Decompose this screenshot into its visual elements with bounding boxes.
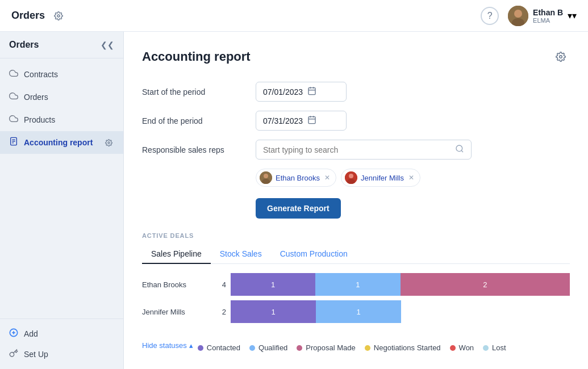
sales-reps-row: Responsible sales reps <box>142 140 570 160</box>
main-content: Accounting report Start of the period 07… <box>124 32 588 369</box>
cloud-icon <box>9 69 18 80</box>
layout: Orders ❮❮ Contracts Orders Products <box>0 32 588 369</box>
generate-report-button[interactable]: Generate Report <box>256 198 341 219</box>
start-date-input[interactable]: 07/01/2023 <box>256 82 347 102</box>
sales-reps-search[interactable] <box>256 140 472 160</box>
svg-line-22 <box>461 150 463 152</box>
sidebar-item-label: Accounting report <box>24 138 93 147</box>
chart-count-ethan: 4 <box>210 280 226 289</box>
search-icon <box>455 144 464 155</box>
bar-jennifer-qualified: 1 <box>316 300 401 323</box>
legend-dot-qualified <box>249 345 255 351</box>
setup-label: Set Up <box>24 350 48 359</box>
tag-ethan[interactable]: Ethan Brooks ✕ <box>256 169 336 187</box>
tag-ethan-remove[interactable]: ✕ <box>324 174 330 182</box>
user-company: ELMA <box>533 17 563 24</box>
user-menu[interactable]: Ethan B ELMA ▾ <box>508 6 577 26</box>
sidebar-item-contracts[interactable]: Contracts <box>0 63 123 86</box>
sidebar-item-accounting[interactable]: Accounting report <box>0 131 123 154</box>
sidebar-item-products[interactable]: Products <box>0 108 123 131</box>
end-date-value: 07/31/2023 <box>263 116 303 125</box>
sidebar-title: Orders <box>9 40 39 50</box>
sidebar-item-label: Orders <box>24 93 48 102</box>
doc-icon <box>9 137 18 148</box>
header-right: ? Ethan B ELMA ▾ <box>481 6 577 26</box>
start-date-value: 07/01/2023 <box>263 87 303 97</box>
cloud-icon <box>9 114 18 125</box>
tags-row: Ethan Brooks ✕ Jennifer Mills ✕ <box>256 169 570 187</box>
sidebar-actions: Add Set Up <box>0 318 123 369</box>
svg-rect-13 <box>308 88 315 95</box>
accounting-settings-button[interactable] <box>103 137 114 148</box>
app-title: Orders <box>11 10 45 22</box>
user-menu-chevron: ▾ <box>568 10 577 21</box>
chart-row-ethan: Ethan Brooks 4 1 1 2 <box>142 273 570 296</box>
plus-icon <box>9 328 18 339</box>
legend-proposal: Proposal Made <box>297 343 355 352</box>
legend-label-contacted: Contacted <box>207 343 240 352</box>
tab-custom-production[interactable]: Custom Production <box>271 245 357 264</box>
page-header: Accounting report <box>142 48 570 66</box>
legend-lost: Lost <box>483 343 506 352</box>
start-period-label: Start of the period <box>142 87 256 97</box>
calendar-icon <box>307 115 316 126</box>
legend-label-lost: Lost <box>492 343 506 352</box>
chart-bars-ethan: 1 1 2 <box>231 273 570 296</box>
page-settings-button[interactable] <box>552 48 570 66</box>
svg-point-2 <box>514 10 522 18</box>
svg-point-21 <box>456 145 462 152</box>
end-date-input[interactable]: 07/31/2023 <box>256 111 347 131</box>
legend-label-qualified: Qualified <box>258 343 287 352</box>
hide-statuses-button[interactable]: Hide statuses ▴ <box>142 341 193 350</box>
tabs: Sales Pipeline Stock Sales Custom Produc… <box>142 245 570 264</box>
legend-label-proposal: Proposal Made <box>306 343 355 352</box>
sidebar-header: Orders ❮❮ <box>0 32 123 58</box>
top-header: Orders ? Ethan B ELMA ▾ <box>0 0 588 32</box>
avatar <box>508 6 528 26</box>
legend-dot-lost <box>483 345 489 351</box>
tag-ethan-name: Ethan Brooks <box>276 174 320 182</box>
sidebar: Orders ❮❮ Contracts Orders Products <box>0 32 124 369</box>
calendar-icon <box>307 86 316 97</box>
tag-jennifer[interactable]: Jennifer Mills ✕ <box>341 169 420 187</box>
legend-dot-proposal <box>297 345 302 351</box>
user-info: Ethan B ELMA <box>533 8 563 24</box>
header-left: Orders <box>11 7 68 25</box>
help-button[interactable]: ? <box>481 7 499 25</box>
svg-rect-17 <box>308 117 315 124</box>
svg-point-27 <box>349 174 353 178</box>
tag-avatar-ethan <box>260 171 272 184</box>
legend-contacted: Contacted <box>198 343 240 352</box>
caret-up-icon: ▴ <box>189 341 193 350</box>
chart-label-jennifer: Jennifer Mills <box>142 308 210 316</box>
app-settings-button[interactable] <box>49 7 68 25</box>
chart-bars-jennifer: 1 1 <box>231 300 401 323</box>
legend-dot-negotiations <box>365 345 370 351</box>
chart-count-jennifer: 2 <box>210 308 226 316</box>
search-input[interactable] <box>263 145 455 154</box>
tag-jennifer-remove[interactable]: ✕ <box>408 174 414 182</box>
sidebar-item-orders[interactable]: Orders <box>0 86 123 108</box>
legend-qualified: Qualified <box>249 343 287 352</box>
legend-negotiations: Negotiations Started <box>365 343 441 352</box>
tab-sales-pipeline[interactable]: Sales Pipeline <box>142 245 211 264</box>
collapse-button[interactable]: ❮❮ <box>101 40 114 49</box>
svg-point-0 <box>57 15 60 17</box>
legend-label-negotiations: Negotiations Started <box>374 343 441 352</box>
user-name: Ethan B <box>533 8 563 17</box>
legend-label-won: Won <box>459 343 474 352</box>
bar-ethan-contacted: 1 <box>231 273 315 296</box>
legend-dot-contacted <box>198 345 203 351</box>
tab-stock-sales[interactable]: Stock Sales <box>211 245 271 264</box>
setup-action[interactable]: Set Up <box>0 344 123 364</box>
add-label: Add <box>24 329 38 338</box>
svg-point-8 <box>107 141 109 143</box>
bar-jennifer-contacted: 1 <box>231 300 316 323</box>
tag-avatar-jennifer <box>345 171 357 184</box>
hide-statuses-label: Hide statuses <box>142 341 187 350</box>
add-action[interactable]: Add <box>0 324 123 344</box>
chart-area: Ethan Brooks 4 1 1 2 Jennifer Mills 2 1 … <box>142 264 570 337</box>
sidebar-nav: Contracts Orders Products Accounting rep… <box>0 58 123 318</box>
legend-dot-won <box>450 345 456 351</box>
end-period-label: End of the period <box>142 116 256 125</box>
